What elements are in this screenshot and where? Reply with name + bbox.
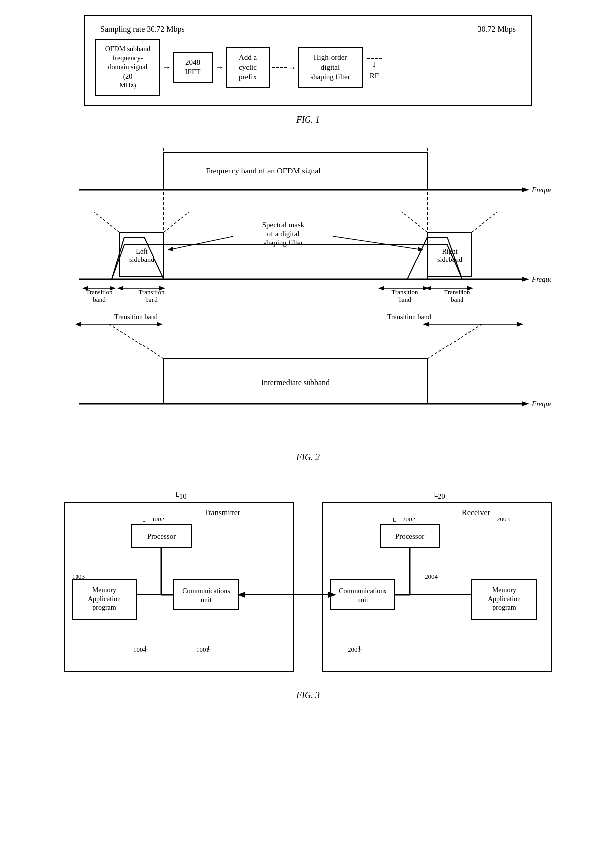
svg-marker-1 — [522, 187, 529, 192]
svg-text:Application: Application — [488, 595, 521, 603]
svg-text:Spectral mask: Spectral mask — [262, 221, 305, 229]
svg-text:Transition: Transition — [444, 288, 470, 296]
rf-label: RF — [370, 72, 379, 80]
fig1-block-ifft: 2048IFFT — [173, 52, 213, 83]
fig1-top-labels: Sampling rate 30.72 Mbps 30.72 Mbps — [95, 25, 521, 34]
svg-line-43 — [109, 324, 164, 359]
svg-line-13 — [94, 212, 119, 232]
svg-text:Frequency: Frequency — [531, 186, 551, 194]
svg-text:└10: └10 — [174, 492, 187, 500]
svg-text:band: band — [451, 296, 463, 303]
svg-text:Communications: Communications — [182, 587, 230, 595]
svg-line-14 — [164, 212, 189, 232]
fig3-diagram: └10 Transmitter Processor 1002 └ Memory … — [55, 488, 561, 687]
svg-rect-65 — [174, 580, 238, 609]
svg-text:band: band — [93, 296, 106, 303]
svg-text:└20: └20 — [432, 492, 445, 500]
svg-marker-8 — [522, 277, 529, 282]
svg-text:Frequency: Frequency — [531, 275, 551, 283]
svg-text:Communications: Communications — [339, 587, 386, 595]
fig3-section: └10 Transmitter Processor 1002 └ Memory … — [20, 488, 596, 711]
fig1-label: FIG. 1 — [296, 115, 320, 125]
svg-text:band: band — [398, 296, 411, 303]
svg-line-16 — [472, 212, 497, 232]
svg-text:Transition: Transition — [392, 288, 418, 296]
fig1-diagram: Sampling rate 30.72 Mbps 30.72 Mbps OFDM… — [84, 15, 532, 106]
svg-text:Memory: Memory — [92, 586, 116, 594]
svg-text:Transition: Transition — [86, 288, 113, 296]
svg-text:Frequency band of an OFDM sign: Frequency band of an OFDM signal — [206, 167, 321, 175]
svg-line-15 — [402, 212, 427, 232]
svg-text:Memory: Memory — [492, 586, 516, 594]
svg-text:of a digital: of a digital — [267, 230, 300, 238]
svg-text:program: program — [492, 604, 516, 611]
fig2-section: Frequency Frequency band of an OFDM sign… — [20, 140, 596, 473]
svg-text:Receiver: Receiver — [462, 508, 491, 517]
svg-text:band: band — [145, 296, 158, 303]
svg-text:Left: Left — [136, 248, 147, 255]
svg-text:Processor: Processor — [147, 532, 176, 540]
svg-text:└: └ — [143, 646, 148, 653]
svg-text:1003: 1003 — [72, 573, 85, 580]
svg-rect-82 — [330, 580, 395, 609]
fig1-block-filter: High-orderdigitalshaping filter — [298, 47, 363, 88]
svg-line-24 — [169, 236, 233, 250]
svg-text:└: └ — [141, 518, 146, 525]
svg-text:sideband: sideband — [129, 256, 154, 263]
svg-text:1002: 1002 — [152, 516, 164, 523]
fig1-block-ofdm: OFDM subbandfrequency-domain signal (20M… — [95, 39, 160, 96]
fig1-arrow2: → — [215, 62, 224, 73]
svg-text:└: └ — [206, 646, 211, 653]
svg-text:Right: Right — [442, 248, 457, 255]
svg-text:Transition band: Transition band — [387, 313, 431, 321]
fig3-label: FIG. 3 — [296, 690, 320, 701]
fig1-rf-area: ↓ RF — [367, 54, 382, 80]
svg-line-44 — [427, 324, 482, 359]
svg-text:unit: unit — [357, 596, 368, 604]
sampling-rate-label: Sampling rate 30.72 Mbps — [100, 25, 185, 34]
svg-text:Transition: Transition — [139, 288, 165, 296]
fig1-dashed-area: → — [272, 62, 296, 73]
svg-text:Transition band: Transition band — [114, 313, 158, 321]
svg-text:unit: unit — [201, 596, 212, 604]
svg-text:sideband: sideband — [437, 256, 462, 263]
mbps-label: 30.72 Mbps — [478, 25, 516, 34]
svg-text:Frequency: Frequency — [531, 400, 551, 408]
svg-text:Intermediate subband: Intermediate subband — [261, 378, 330, 387]
svg-text:2002: 2002 — [402, 516, 415, 523]
svg-text:Application: Application — [88, 595, 121, 603]
svg-text:shaping filter: shaping filter — [263, 239, 303, 247]
svg-text:└: └ — [357, 646, 362, 653]
fig1-block-cyclic: Add acyclicprefix — [226, 47, 270, 88]
fig1-arrow1: → — [162, 62, 171, 73]
svg-text:Transmitter: Transmitter — [204, 508, 241, 517]
fig2-diagram: Frequency Frequency band of an OFDM sign… — [65, 140, 551, 448]
svg-text:2004: 2004 — [425, 573, 438, 580]
svg-text:└: └ — [391, 518, 396, 525]
svg-text:program: program — [92, 604, 116, 611]
svg-text:2003: 2003 — [497, 516, 510, 523]
fig1-blocks: OFDM subbandfrequency-domain signal (20M… — [95, 39, 521, 96]
svg-marker-39 — [522, 401, 529, 406]
fig1-section: Sampling rate 30.72 Mbps 30.72 Mbps OFDM… — [20, 15, 596, 135]
fig2-label: FIG. 2 — [296, 452, 320, 463]
svg-line-25 — [333, 236, 422, 250]
svg-text:Processor: Processor — [395, 532, 424, 540]
